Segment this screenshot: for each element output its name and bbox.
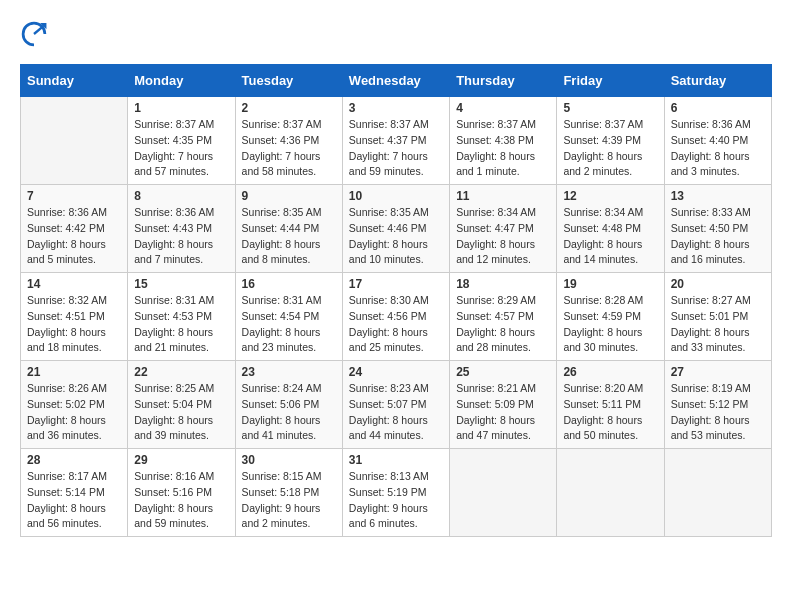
col-header-sunday: Sunday xyxy=(21,65,128,97)
sunrise: Sunrise: 8:37 AM xyxy=(563,118,643,130)
calendar: SundayMondayTuesdayWednesdayThursdayFrid… xyxy=(20,64,772,537)
calendar-cell xyxy=(557,449,664,537)
day-info: Sunrise: 8:34 AM Sunset: 4:47 PM Dayligh… xyxy=(456,205,550,268)
sunrise: Sunrise: 8:37 AM xyxy=(134,118,214,130)
calendar-cell: 6 Sunrise: 8:36 AM Sunset: 4:40 PM Dayli… xyxy=(664,97,771,185)
page-header xyxy=(20,20,772,48)
day-info: Sunrise: 8:30 AM Sunset: 4:56 PM Dayligh… xyxy=(349,293,443,356)
calendar-cell: 3 Sunrise: 8:37 AM Sunset: 4:37 PM Dayli… xyxy=(342,97,449,185)
daylight: Daylight: 8 hours and 50 minutes. xyxy=(563,414,642,442)
day-number: 16 xyxy=(242,277,336,291)
day-number: 23 xyxy=(242,365,336,379)
sunrise: Sunrise: 8:37 AM xyxy=(456,118,536,130)
day-number: 17 xyxy=(349,277,443,291)
day-info: Sunrise: 8:37 AM Sunset: 4:39 PM Dayligh… xyxy=(563,117,657,180)
sunset: Sunset: 4:47 PM xyxy=(456,222,534,234)
sunrise: Sunrise: 8:19 AM xyxy=(671,382,751,394)
sunrise: Sunrise: 8:36 AM xyxy=(671,118,751,130)
week-row-2: 7 Sunrise: 8:36 AM Sunset: 4:42 PM Dayli… xyxy=(21,185,772,273)
daylight: Daylight: 8 hours and 21 minutes. xyxy=(134,326,213,354)
daylight: Daylight: 8 hours and 1 minute. xyxy=(456,150,535,178)
sunset: Sunset: 4:42 PM xyxy=(27,222,105,234)
calendar-cell: 27 Sunrise: 8:19 AM Sunset: 5:12 PM Dayl… xyxy=(664,361,771,449)
daylight: Daylight: 8 hours and 53 minutes. xyxy=(671,414,750,442)
day-number: 9 xyxy=(242,189,336,203)
day-number: 18 xyxy=(456,277,550,291)
calendar-cell xyxy=(21,97,128,185)
sunrise: Sunrise: 8:31 AM xyxy=(242,294,322,306)
day-number: 7 xyxy=(27,189,121,203)
calendar-cell: 2 Sunrise: 8:37 AM Sunset: 4:36 PM Dayli… xyxy=(235,97,342,185)
sunset: Sunset: 5:01 PM xyxy=(671,310,749,322)
day-info: Sunrise: 8:21 AM Sunset: 5:09 PM Dayligh… xyxy=(456,381,550,444)
day-info: Sunrise: 8:37 AM Sunset: 4:38 PM Dayligh… xyxy=(456,117,550,180)
daylight: Daylight: 8 hours and 39 minutes. xyxy=(134,414,213,442)
calendar-cell: 30 Sunrise: 8:15 AM Sunset: 5:18 PM Dayl… xyxy=(235,449,342,537)
sunrise: Sunrise: 8:27 AM xyxy=(671,294,751,306)
daylight: Daylight: 7 hours and 58 minutes. xyxy=(242,150,321,178)
day-info: Sunrise: 8:34 AM Sunset: 4:48 PM Dayligh… xyxy=(563,205,657,268)
logo xyxy=(20,20,52,48)
day-number: 29 xyxy=(134,453,228,467)
sunset: Sunset: 4:48 PM xyxy=(563,222,641,234)
daylight: Daylight: 8 hours and 33 minutes. xyxy=(671,326,750,354)
sunrise: Sunrise: 8:15 AM xyxy=(242,470,322,482)
daylight: Daylight: 8 hours and 59 minutes. xyxy=(134,502,213,530)
sunset: Sunset: 4:36 PM xyxy=(242,134,320,146)
sunrise: Sunrise: 8:16 AM xyxy=(134,470,214,482)
calendar-cell: 29 Sunrise: 8:16 AM Sunset: 5:16 PM Dayl… xyxy=(128,449,235,537)
calendar-cell: 1 Sunrise: 8:37 AM Sunset: 4:35 PM Dayli… xyxy=(128,97,235,185)
day-info: Sunrise: 8:36 AM Sunset: 4:42 PM Dayligh… xyxy=(27,205,121,268)
calendar-cell: 12 Sunrise: 8:34 AM Sunset: 4:48 PM Dayl… xyxy=(557,185,664,273)
sunset: Sunset: 5:09 PM xyxy=(456,398,534,410)
day-info: Sunrise: 8:36 AM Sunset: 4:40 PM Dayligh… xyxy=(671,117,765,180)
sunrise: Sunrise: 8:21 AM xyxy=(456,382,536,394)
calendar-cell: 16 Sunrise: 8:31 AM Sunset: 4:54 PM Dayl… xyxy=(235,273,342,361)
col-header-thursday: Thursday xyxy=(450,65,557,97)
sunrise: Sunrise: 8:31 AM xyxy=(134,294,214,306)
calendar-cell: 19 Sunrise: 8:28 AM Sunset: 4:59 PM Dayl… xyxy=(557,273,664,361)
sunset: Sunset: 5:19 PM xyxy=(349,486,427,498)
day-info: Sunrise: 8:28 AM Sunset: 4:59 PM Dayligh… xyxy=(563,293,657,356)
calendar-cell: 31 Sunrise: 8:13 AM Sunset: 5:19 PM Dayl… xyxy=(342,449,449,537)
daylight: Daylight: 9 hours and 2 minutes. xyxy=(242,502,321,530)
day-number: 13 xyxy=(671,189,765,203)
sunrise: Sunrise: 8:17 AM xyxy=(27,470,107,482)
calendar-cell: 26 Sunrise: 8:20 AM Sunset: 5:11 PM Dayl… xyxy=(557,361,664,449)
calendar-cell: 17 Sunrise: 8:30 AM Sunset: 4:56 PM Dayl… xyxy=(342,273,449,361)
sunrise: Sunrise: 8:37 AM xyxy=(242,118,322,130)
sunset: Sunset: 4:44 PM xyxy=(242,222,320,234)
sunset: Sunset: 4:40 PM xyxy=(671,134,749,146)
day-number: 11 xyxy=(456,189,550,203)
daylight: Daylight: 8 hours and 7 minutes. xyxy=(134,238,213,266)
calendar-cell: 13 Sunrise: 8:33 AM Sunset: 4:50 PM Dayl… xyxy=(664,185,771,273)
day-info: Sunrise: 8:15 AM Sunset: 5:18 PM Dayligh… xyxy=(242,469,336,532)
col-header-friday: Friday xyxy=(557,65,664,97)
sunrise: Sunrise: 8:26 AM xyxy=(27,382,107,394)
day-info: Sunrise: 8:31 AM Sunset: 4:53 PM Dayligh… xyxy=(134,293,228,356)
day-info: Sunrise: 8:17 AM Sunset: 5:14 PM Dayligh… xyxy=(27,469,121,532)
calendar-cell: 7 Sunrise: 8:36 AM Sunset: 4:42 PM Dayli… xyxy=(21,185,128,273)
sunrise: Sunrise: 8:34 AM xyxy=(456,206,536,218)
day-info: Sunrise: 8:35 AM Sunset: 4:46 PM Dayligh… xyxy=(349,205,443,268)
day-number: 24 xyxy=(349,365,443,379)
sunset: Sunset: 4:53 PM xyxy=(134,310,212,322)
sunset: Sunset: 5:06 PM xyxy=(242,398,320,410)
sunrise: Sunrise: 8:36 AM xyxy=(134,206,214,218)
day-number: 28 xyxy=(27,453,121,467)
sunrise: Sunrise: 8:29 AM xyxy=(456,294,536,306)
sunrise: Sunrise: 8:25 AM xyxy=(134,382,214,394)
sunset: Sunset: 4:38 PM xyxy=(456,134,534,146)
sunrise: Sunrise: 8:30 AM xyxy=(349,294,429,306)
sunset: Sunset: 4:35 PM xyxy=(134,134,212,146)
sunrise: Sunrise: 8:20 AM xyxy=(563,382,643,394)
sunrise: Sunrise: 8:36 AM xyxy=(27,206,107,218)
sunset: Sunset: 4:43 PM xyxy=(134,222,212,234)
calendar-cell: 15 Sunrise: 8:31 AM Sunset: 4:53 PM Dayl… xyxy=(128,273,235,361)
week-row-3: 14 Sunrise: 8:32 AM Sunset: 4:51 PM Dayl… xyxy=(21,273,772,361)
col-header-tuesday: Tuesday xyxy=(235,65,342,97)
daylight: Daylight: 8 hours and 10 minutes. xyxy=(349,238,428,266)
daylight: Daylight: 8 hours and 47 minutes. xyxy=(456,414,535,442)
sunrise: Sunrise: 8:35 AM xyxy=(242,206,322,218)
calendar-cell: 23 Sunrise: 8:24 AM Sunset: 5:06 PM Dayl… xyxy=(235,361,342,449)
